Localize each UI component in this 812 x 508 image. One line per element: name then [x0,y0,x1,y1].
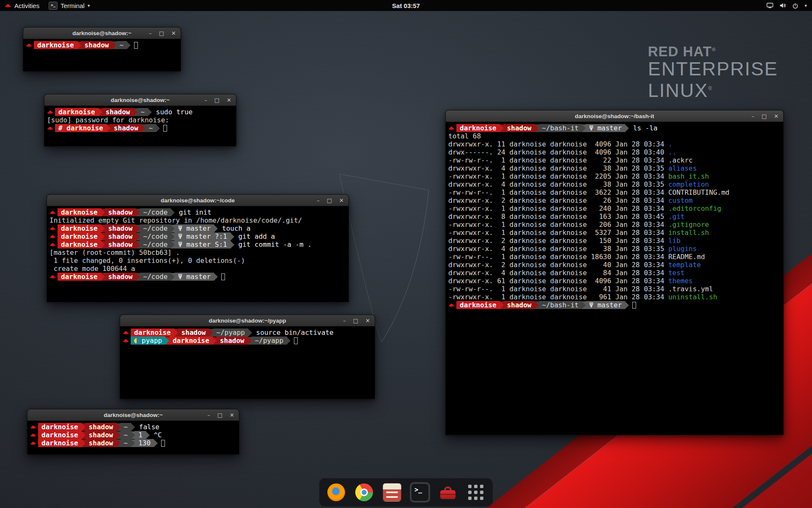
window-title: darknoise@shadow:~/pyapp [208,318,286,324]
terminal-body[interactable]: darknoiseshadow~/code git initInitialize… [47,206,348,302]
output-text: aliases [668,164,697,172]
top-bar: Activities >_ Terminal ▾ Sat 03:57 ▾ [0,0,812,11]
volume-icon[interactable] [779,3,786,8]
prompt-segment-path: ~ [121,423,132,431]
terminal-body[interactable]: darknoiseshadow~ [23,39,181,71]
dock-item-files[interactable] [382,482,402,502]
command-text: sudo true [152,108,192,116]
close-button[interactable]: ✕ [774,113,779,119]
terminal-line: drwxrwxr-x. 2 darknoise darknoise 150 Ja… [448,237,781,245]
output-text: lib [668,237,680,245]
window-titlebar[interactable]: darknoise@shadow:~/code–□✕ [47,195,348,206]
redhat-prompt-icon [448,303,455,308]
prompt-segment-user: darknoise [58,232,101,240]
window-titlebar[interactable]: darknoise@shadow:~–□✕ [44,94,236,106]
maximize-button[interactable]: □ [214,97,219,103]
minimize-button[interactable]: – [204,97,207,103]
redhat-prompt-icon [47,110,53,115]
output-text: create mode 100644 a [49,265,135,273]
status-menu[interactable]: ▾ [766,0,812,11]
redhat-prompt-icon [30,425,36,430]
output-text: -rw-rw-r--. 1 darknoise darknoise 3622 J… [448,188,668,196]
chrome-icon [355,483,373,501]
prompt-segment-host: shadow [105,240,136,248]
redhat-prompt-icon [47,126,53,131]
chevron-down-icon[interactable]: ▾ [804,3,807,8]
command-text: ^C [150,431,162,439]
output-text: . [668,140,672,148]
dock-item-app-grid[interactable] [466,482,486,502]
dock: >_ [319,478,493,507]
terminal-body[interactable]: darknoiseshadow~ sudo true[sudo] passwor… [44,106,236,146]
prompt-segment-git: 1 [135,431,146,439]
prompt-segment-user: darknoise [456,124,500,132]
terminal-body[interactable]: darknoiseshadow~/pyapp source bin/activa… [120,326,375,399]
output-text: .git [668,213,685,221]
maximize-button[interactable]: □ [762,113,767,119]
close-button[interactable]: ✕ [171,30,176,36]
terminal-line: total 68 [448,132,781,140]
power-icon[interactable] [792,3,798,9]
output-text: drwxrwxr-x. 2 darknoise darknoise 150 Ja… [448,237,668,245]
terminal-line: drwxrwxr-x. 11 darknoise darknoise 4096 … [448,140,781,148]
window-titlebar[interactable]: darknoise@shadow:~/pyapp–□✕ [120,315,375,326]
minimize-button[interactable]: – [207,412,210,418]
powerline-arrow-icon [209,329,213,337]
terminal-cursor [221,273,225,280]
powerline-arrow-icon [156,124,160,132]
output-text: themes [668,277,693,285]
app-menu-terminal[interactable]: >_ Terminal ▾ [44,0,94,11]
close-button[interactable]: ✕ [365,318,370,323]
redhat-prompt-icon [49,242,56,247]
close-button[interactable]: ✕ [339,198,344,203]
prompt-segment-path: ~ [137,108,148,116]
powerline-arrow-icon [136,233,140,240]
terminal-line: drwxrwxr-x. 61 darknoise darknoise 4096 … [448,277,781,285]
output-text: test [668,269,685,277]
output-text: .. [668,148,676,156]
prompt-segment-path: ~ [116,41,127,49]
terminal-body[interactable]: darknoiseshadow~ falsedarknoiseshadow~1 … [27,421,239,454]
prompt-segment-host: shadow [178,329,209,337]
maximize-button[interactable]: □ [159,30,164,36]
powerline-arrow-icon [142,124,145,132]
terminal-body[interactable]: darknoiseshadow~/bash-itΨ master ls -lat… [446,122,783,435]
dock-item-firefox[interactable] [326,482,346,502]
terminal-cursor [632,302,636,309]
dock-item-software-toolbox[interactable] [438,482,458,502]
window-titlebar[interactable]: darknoise@shadow:~/bash-it–□✕ [446,110,783,122]
prompt-segment-host: shadow [105,208,136,216]
prompt-segment-git: Ψ master S:1 [175,240,230,248]
minimize-button[interactable]: – [317,198,320,203]
maximize-button[interactable]: □ [353,318,358,323]
minimize-button[interactable]: – [752,113,754,119]
dock-item-chrome[interactable] [354,482,374,502]
terminal-icon: >_ [411,483,429,501]
output-text: [master (root-commit) 50bcb63] . [49,248,180,257]
prompt-segment-user: darknoise [58,208,101,216]
display-icon[interactable] [766,3,774,8]
prompt-segment-host: shadow [110,124,142,132]
close-button[interactable]: ✕ [227,97,231,103]
powerline-arrow-icon [131,423,135,431]
window-titlebar[interactable]: darknoise@shadow:~–□✕ [27,409,239,421]
minimize-button[interactable]: – [343,318,346,323]
window-controls: –□✕ [343,315,370,326]
output-text: -rwxrwxr-x. 1 darknoise darknoise 240 Ja… [448,204,668,213]
maximize-button[interactable]: □ [217,412,222,418]
terminal-line: -rw-rw-r--. 1 darknoise darknoise 18630 … [448,253,781,261]
terminal-line: pyappdarknoiseshadow~/pyapp [123,337,372,345]
maximize-button[interactable]: □ [327,198,332,203]
activities-button[interactable]: Activities [0,0,44,11]
dock-item-terminal[interactable]: >_ [410,482,430,502]
prompt-segment-git: Ψ master ?:1 [175,232,230,240]
minimize-button[interactable]: – [149,30,152,36]
command-text: git add a [234,232,275,240]
prompt-segment-host: shadow [85,439,117,447]
terminal-line: -rw-rw-r--. 1 darknoise darknoise 22 Jan… [448,156,781,164]
clock[interactable]: Sat 03:57 [392,2,420,9]
close-button[interactable]: ✕ [230,412,234,418]
output-text: custom [668,196,693,204]
terminal-app-icon: >_ [49,2,58,10]
window-titlebar[interactable]: darknoise@shadow:~–□✕ [23,28,181,39]
